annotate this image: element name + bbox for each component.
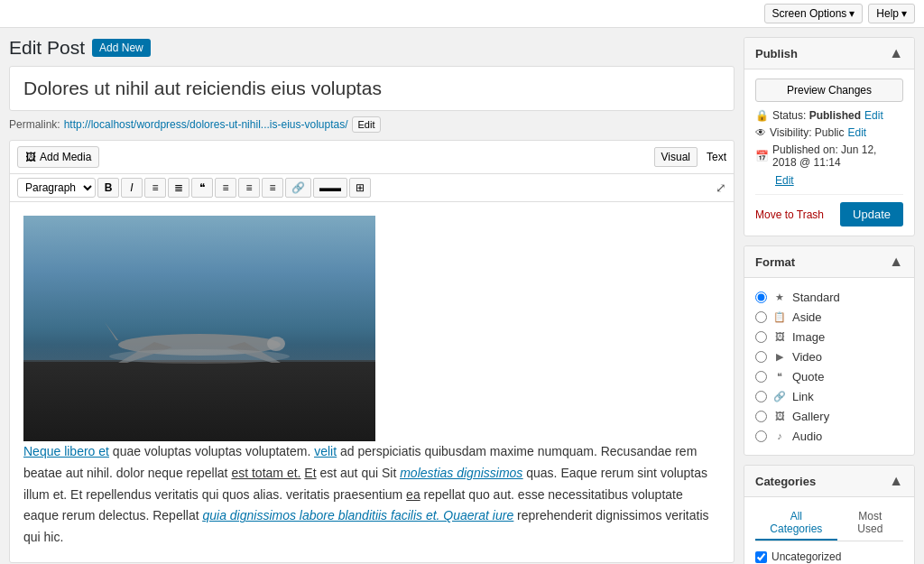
status-edit-link[interactable]: Edit	[864, 109, 883, 122]
italic-button[interactable]: I	[121, 178, 143, 198]
format-radio-link[interactable]	[755, 391, 767, 402]
post-link-4[interactable]: quia dignissimos labore blanditiis facil…	[202, 508, 513, 522]
unordered-list-button[interactable]: ≡	[144, 178, 166, 198]
categories-panel: Categories ▲ All Categories Most Used Un…	[744, 465, 915, 564]
format-label-link[interactable]: Link	[792, 390, 814, 403]
published-date-edit-link[interactable]: Edit	[775, 174, 794, 187]
more-button[interactable]: ▬▬	[313, 178, 347, 198]
categories-panel-header: Categories ▲	[744, 466, 914, 497]
text-tab[interactable]: Text	[699, 147, 734, 167]
align-left-button[interactable]: ≡	[215, 178, 236, 198]
editor-content[interactable]: Neque libero et quae voluptas voluptas v…	[10, 202, 734, 562]
link-button[interactable]: 🔗	[285, 178, 311, 198]
blockquote-button[interactable]: ❝	[191, 178, 213, 198]
top-bar: Screen Options ▾ Help ▾	[0, 0, 924, 28]
format-icon-gallery: 🖼	[772, 409, 787, 423]
update-button[interactable]: Update	[840, 202, 903, 227]
paragraph-select[interactable]: Paragraph	[17, 178, 96, 198]
permalink-label: Permalink:	[9, 118, 60, 131]
format-label-gallery[interactable]: Gallery	[792, 410, 829, 423]
publish-panel-body: Preview Changes 🔒 Status: Published Edit…	[744, 69, 914, 236]
categories-panel-body: All Categories Most Used Uncategorized t…	[744, 497, 914, 564]
format-item-video: ▶ Video	[755, 347, 903, 366]
content-area: Edit Post Add New Permalink: http://loca…	[9, 37, 735, 564]
format-label-video[interactable]: Video	[792, 350, 822, 364]
format-label-quote[interactable]: Quote	[792, 370, 824, 384]
post-title-input[interactable]	[23, 78, 720, 99]
visibility-icon: 👁	[755, 126, 766, 139]
permalink-edit-button[interactable]: Edit	[352, 116, 382, 133]
visual-tab[interactable]: Visual	[654, 147, 698, 167]
format-icon-video: ▶	[772, 349, 787, 364]
bold-button[interactable]: B	[97, 178, 119, 198]
format-panel: Format ▲ ★ Standard 📋 Aside 🖼 Image ▶ Vi…	[744, 245, 915, 456]
categories-list: Uncategorized test	[755, 549, 903, 564]
format-item-aside: 📋 Aside	[755, 307, 903, 327]
expand-toolbar-button[interactable]: ⤢	[716, 180, 726, 195]
move-to-trash-button[interactable]: Move to Trash	[755, 208, 824, 221]
add-media-button[interactable]: 🖼 Add Media	[17, 146, 99, 168]
format-label-image[interactable]: Image	[792, 330, 825, 344]
preview-changes-button[interactable]: Preview Changes	[755, 79, 903, 102]
categories-tabs: All Categories Most Used	[755, 506, 903, 541]
editor-container: 🖼 Add Media Visual Text Paragraph B I ≡ …	[9, 140, 735, 563]
visibility-edit-link[interactable]: Edit	[848, 126, 867, 139]
format-radio-image[interactable]	[755, 331, 767, 343]
format-item-audio: ♪ Audio	[755, 426, 903, 446]
svg-marker-3	[105, 322, 118, 340]
format-item-link: 🔗 Link	[755, 386, 903, 406]
screen-options-button[interactable]: Screen Options ▾	[764, 4, 864, 23]
calendar-icon: 📅	[755, 150, 769, 162]
publish-panel-header: Publish ▲	[744, 38, 914, 69]
format-item-standard: ★ Standard	[755, 287, 903, 307]
format-radio-quote[interactable]	[755, 371, 767, 383]
status-row: 🔒 Status: Published Edit	[755, 109, 903, 122]
format-radio-audio[interactable]	[755, 430, 767, 442]
format-icon-standard: ★	[772, 290, 787, 304]
format-list: ★ Standard 📋 Aside 🖼 Image ▶ Video ❝ Quo…	[755, 287, 903, 446]
align-center-button[interactable]: ≡	[238, 178, 260, 198]
format-icon-link: 🔗	[772, 389, 787, 403]
format-icon-aside: 📋	[772, 310, 787, 324]
post-link-3[interactable]: molestias dignissimos	[400, 466, 522, 480]
format-icon-quote: ❝	[772, 369, 787, 384]
post-image	[23, 216, 375, 441]
ground	[23, 360, 375, 441]
format-label-aside[interactable]: Aside	[792, 310, 822, 324]
format-panel-header: Format ▲	[744, 246, 914, 278]
format-toolbar: Paragraph B I ≡ ≣ ❝ ≡ ≡ ≡ 🔗 ▬▬ ⊞ ⤢	[10, 174, 734, 202]
post-link-2[interactable]: velit	[314, 444, 337, 458]
publish-panel-toggle[interactable]: ▲	[889, 45, 903, 61]
page-title-row: Edit Post Add New	[9, 37, 735, 59]
publish-actions: Move to Trash Update	[755, 194, 903, 227]
publish-panel: Publish ▲ Preview Changes 🔒 Status: Publ…	[744, 37, 915, 236]
format-item-gallery: 🖼 Gallery	[755, 406, 903, 426]
help-button[interactable]: Help ▾	[868, 4, 915, 23]
table-button[interactable]: ⊞	[349, 178, 371, 198]
format-label-audio[interactable]: Audio	[792, 430, 822, 443]
format-label-standard[interactable]: Standard	[792, 291, 840, 304]
format-panel-body: ★ Standard 📋 Aside 🖼 Image ▶ Video ❝ Quo…	[744, 278, 914, 455]
most-used-tab[interactable]: Most Used	[837, 506, 903, 541]
format-radio-standard[interactable]	[755, 291, 767, 303]
editor-mode-buttons: Visual Text	[654, 147, 734, 167]
permalink-row: Permalink: http://localhost/wordpress/do…	[9, 116, 735, 133]
format-icon-image: 🖼	[772, 329, 787, 344]
format-radio-gallery[interactable]	[755, 411, 767, 422]
format-panel-toggle[interactable]: ▲	[889, 254, 903, 270]
add-new-button[interactable]: Add New	[92, 39, 151, 57]
permalink-link[interactable]: http://localhost/wordpress/dolores-ut-ni…	[64, 118, 348, 131]
ordered-list-button[interactable]: ≣	[168, 178, 189, 198]
all-categories-tab[interactable]: All Categories	[755, 506, 837, 541]
format-radio-video[interactable]	[755, 351, 767, 363]
categories-panel-toggle[interactable]: ▲	[889, 473, 903, 489]
add-media-icon: 🖼	[25, 151, 36, 163]
post-link-1[interactable]: Neque libero et	[23, 444, 109, 458]
main-layout: Edit Post Add New Permalink: http://loca…	[0, 28, 924, 564]
format-radio-aside[interactable]	[755, 311, 767, 323]
category-label-0[interactable]: Uncategorized	[772, 550, 841, 563]
format-icon-audio: ♪	[772, 429, 787, 443]
align-right-button[interactable]: ≡	[262, 178, 283, 198]
category-checkbox-0[interactable]	[755, 551, 767, 563]
visibility-row: 👁 Visibility: Public Edit	[755, 126, 903, 139]
